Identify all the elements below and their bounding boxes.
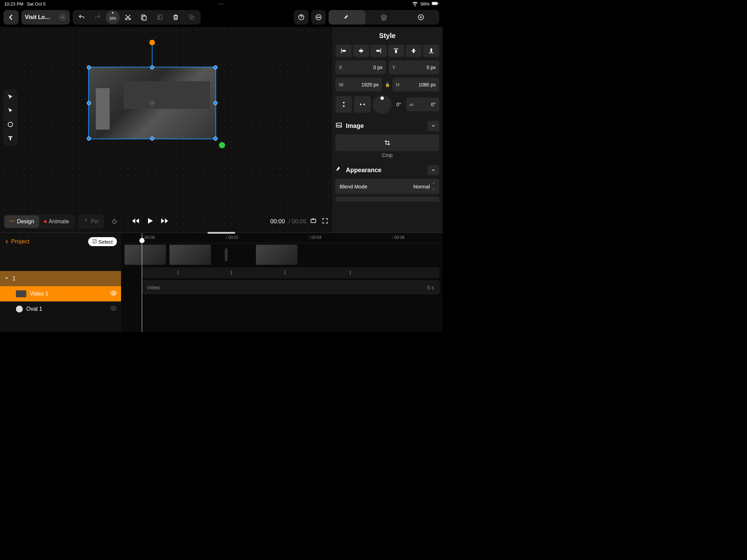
svg-rect-21 bbox=[359, 50, 363, 52]
style-tab[interactable] bbox=[329, 10, 366, 25]
zoom-indicator[interactable]: 16% bbox=[106, 10, 120, 24]
copy-button[interactable] bbox=[136, 11, 151, 24]
appearance-section-header[interactable]: Appearance bbox=[335, 165, 439, 175]
multitask-dots[interactable]: ••• bbox=[218, 2, 224, 6]
svg-rect-25 bbox=[395, 50, 397, 53]
blend-mode-dropdown[interactable]: Blend Mode Normal⌃⌄ bbox=[335, 179, 439, 194]
time-ruler[interactable]: 00:00 00:02 00:04 00:06 bbox=[121, 233, 443, 243]
keyframe-button[interactable] bbox=[107, 214, 122, 229]
resize-handle-n[interactable] bbox=[150, 65, 154, 69]
layer-group-header[interactable]: 1 bbox=[0, 271, 121, 286]
rotation-handle[interactable] bbox=[149, 40, 155, 45]
help-button[interactable] bbox=[294, 10, 308, 25]
panel-title: Style bbox=[335, 27, 439, 45]
chevron-down-icon bbox=[4, 276, 9, 282]
svg-rect-23 bbox=[376, 50, 380, 52]
width-field[interactable]: W1920 px bbox=[335, 78, 382, 92]
height-field[interactable]: H1080 px bbox=[393, 78, 439, 92]
resize-handle-ne[interactable] bbox=[213, 65, 218, 69]
playhead[interactable] bbox=[142, 233, 142, 332]
svg-point-13 bbox=[318, 17, 319, 18]
flip-horizontal-button[interactable] bbox=[354, 96, 371, 113]
forward-button[interactable] bbox=[160, 217, 169, 226]
align-buttons bbox=[335, 45, 439, 57]
clip-thumbnail[interactable] bbox=[256, 245, 297, 265]
layer-row-oval1[interactable]: Oval 1 bbox=[0, 301, 121, 317]
flip-vertical-button[interactable] bbox=[335, 96, 352, 113]
align-left-button[interactable] bbox=[335, 45, 352, 57]
align-bottom-button[interactable] bbox=[423, 45, 439, 57]
play-button[interactable] bbox=[146, 217, 154, 226]
resize-handle-s[interactable] bbox=[150, 137, 154, 141]
delete-button[interactable] bbox=[168, 11, 183, 24]
svg-rect-2 bbox=[438, 2, 438, 4]
canvas-bottom-controls: 〰 Design Animate Pin 00:00 / 00:0 bbox=[3, 214, 329, 229]
loop-region-icon[interactable] bbox=[310, 217, 317, 226]
clip-thumbnail[interactable] bbox=[124, 245, 166, 265]
fullscreen-icon[interactable] bbox=[322, 217, 329, 226]
resize-handle-sw[interactable] bbox=[87, 137, 91, 141]
project-name: Visit Lo… bbox=[25, 14, 50, 20]
y-field[interactable]: Y0 px bbox=[389, 60, 439, 74]
duplicate-button[interactable] bbox=[184, 11, 199, 24]
more-button[interactable] bbox=[311, 10, 326, 25]
skew-field[interactable]: ▱0° bbox=[406, 97, 439, 111]
pin-mode-tab[interactable]: Pin bbox=[78, 214, 104, 229]
updown-icon: ⌃⌄ bbox=[432, 182, 435, 191]
undo-button[interactable] bbox=[74, 11, 89, 24]
select-tool[interactable] bbox=[5, 91, 16, 102]
redo-button[interactable] bbox=[90, 11, 105, 24]
select-mode-button[interactable]: ☑ Select bbox=[88, 237, 117, 246]
pin-icon bbox=[83, 218, 89, 225]
visibility-toggle[interactable] bbox=[110, 290, 117, 298]
paste-button[interactable] bbox=[152, 11, 167, 24]
image-section-header[interactable]: Image bbox=[335, 121, 439, 131]
canvas[interactable]: 〰 Design Animate Pin 00:00 / 00:0 bbox=[0, 27, 332, 232]
layers-tab[interactable] bbox=[366, 10, 403, 25]
video-track-bar[interactable]: Video 5 s bbox=[142, 281, 439, 294]
design-mode-tab[interactable]: 〰 Design bbox=[4, 215, 39, 228]
clip-thumbnail[interactable] bbox=[169, 245, 211, 265]
project-name-dropdown[interactable]: Visit Lo… bbox=[21, 10, 70, 25]
svg-rect-29 bbox=[430, 48, 432, 52]
time-tick: 00:02 bbox=[228, 235, 239, 240]
add-tab[interactable] bbox=[402, 10, 439, 25]
align-top-button[interactable] bbox=[388, 45, 404, 57]
center-anchor[interactable] bbox=[150, 101, 155, 105]
chevron-down-icon bbox=[427, 121, 439, 131]
checklist-icon: ☑ bbox=[92, 239, 97, 245]
direct-select-tool[interactable] bbox=[5, 105, 16, 116]
resize-handle-e[interactable] bbox=[213, 101, 218, 105]
audio-track[interactable] bbox=[142, 268, 439, 278]
clip-gap-handle[interactable] bbox=[225, 248, 228, 261]
align-right-button[interactable] bbox=[370, 45, 387, 57]
scale-handle[interactable] bbox=[219, 142, 225, 148]
selected-object[interactable] bbox=[88, 67, 216, 139]
crop-button[interactable] bbox=[335, 134, 439, 151]
layer-row-video1[interactable]: Video 1 bbox=[0, 286, 121, 301]
lock-aspect-icon[interactable]: 🔓 bbox=[385, 78, 390, 92]
text-tool[interactable] bbox=[5, 133, 16, 144]
animate-mode-tab[interactable]: Animate bbox=[39, 215, 74, 228]
rewind-button[interactable] bbox=[131, 217, 140, 226]
crop-label: Crop bbox=[335, 152, 439, 158]
video-clip-track[interactable] bbox=[124, 243, 443, 266]
layer-thumbnail bbox=[16, 290, 26, 297]
shape-tool[interactable] bbox=[5, 119, 16, 130]
resize-handle-w[interactable] bbox=[87, 101, 91, 105]
resize-handle-nw[interactable] bbox=[87, 65, 91, 69]
x-field[interactable]: X0 px bbox=[335, 60, 386, 74]
cut-button[interactable] bbox=[120, 11, 136, 24]
rotation-dial[interactable] bbox=[373, 95, 391, 114]
align-center-v-button[interactable] bbox=[406, 45, 422, 57]
back-button[interactable] bbox=[3, 10, 19, 25]
next-property-row[interactable] bbox=[335, 197, 439, 202]
battery-icon bbox=[432, 0, 439, 8]
visibility-toggle[interactable] bbox=[110, 305, 117, 313]
timeline-area: Project ☑ Select 1 Video 1 Oval 1 bbox=[0, 232, 443, 332]
align-center-h-button[interactable] bbox=[353, 45, 369, 57]
timeline-tracks[interactable]: 00:00 00:02 00:04 00:06 Video 5 s bbox=[121, 233, 443, 332]
rotation-line bbox=[152, 43, 153, 65]
resize-handle-se[interactable] bbox=[213, 137, 218, 141]
back-to-project-button[interactable]: Project bbox=[4, 238, 29, 245]
